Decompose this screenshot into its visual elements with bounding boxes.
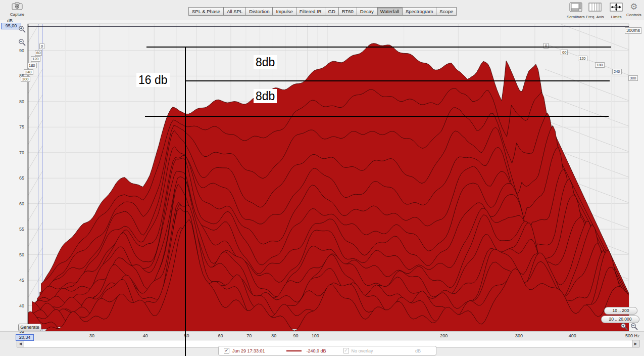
time-tick-label-left: 300 xyxy=(21,76,30,82)
freq-tick-label: 100 xyxy=(312,333,319,338)
db-tick-label: 55 xyxy=(13,227,24,232)
cursor-freq-value[interactable]: 20,34 xyxy=(16,334,34,341)
time-range-label: 300ms xyxy=(625,27,641,34)
freq-tick-label: 70 xyxy=(246,333,252,338)
measurement-name: Jun 29 17:33:01 xyxy=(232,348,265,353)
db-tick-label: 90 xyxy=(13,48,24,53)
freq-tick-label: 200 xyxy=(440,333,448,338)
freq-tick-label: 30 xyxy=(89,333,94,338)
db-tick-label: 75 xyxy=(13,124,24,129)
range-10-200-button[interactable]: 10 .. 200 xyxy=(604,307,637,315)
scroll-right-button[interactable]: ▶ xyxy=(632,340,639,347)
rew-window: { "app": {"bg": "#ececec", "accent_red":… xyxy=(0,0,644,356)
time-tick-label-left: 0 xyxy=(39,43,44,49)
time-tick-label-right: 0 xyxy=(543,43,549,49)
generate-button[interactable]: Generate xyxy=(18,324,41,331)
zoom-out-y-icon[interactable] xyxy=(18,38,26,49)
db-tick-label: 65 xyxy=(13,175,24,181)
db-tick-label: 45 xyxy=(13,278,24,283)
freq-axis-strip xyxy=(0,331,644,340)
freq-tick-label: 90 xyxy=(293,333,298,338)
freq-tick-label: 40 xyxy=(143,333,148,338)
range-20-20000-button[interactable]: 20 .. 20.000 xyxy=(601,316,639,323)
measurement-line-sample xyxy=(286,350,302,351)
time-tick-label-left: 180 xyxy=(27,63,37,68)
db-tick-label: 50 xyxy=(13,252,24,257)
overlay-checkbox[interactable]: ✓ xyxy=(343,348,349,353)
measurement-level: -240,0 dB xyxy=(307,348,326,353)
scroll-left-button[interactable]: ◀ xyxy=(17,340,24,347)
time-tick-label-right: 240 xyxy=(612,69,622,74)
marker-line-vertical[interactable] xyxy=(185,47,186,356)
time-tick-label-left: 120 xyxy=(31,56,40,62)
zoom-in-x-icon[interactable] xyxy=(620,323,628,333)
zoom-out-x-icon[interactable] xyxy=(630,323,638,333)
zoom-in-y-icon[interactable] xyxy=(18,25,26,35)
freq-tick-label: 400 xyxy=(569,333,576,338)
time-tick-label-right: 180 xyxy=(595,62,605,68)
time-tick-label-left: 60 xyxy=(35,50,42,56)
time-tick-label-left: 240 xyxy=(24,69,33,75)
legend-unit: dB xyxy=(415,348,421,353)
annotation-16db: 16 db xyxy=(136,73,170,87)
overlay-label: No overlay xyxy=(352,348,373,353)
freq-end-label: 500 Hz xyxy=(625,333,640,338)
db-tick-label: 40 xyxy=(13,303,24,308)
freq-tick-label: 80 xyxy=(271,333,276,338)
freq-tick-label: 300 xyxy=(515,333,523,338)
db-tick-label: 60 xyxy=(13,201,24,206)
time-tick-label-right: 120 xyxy=(578,56,587,61)
marker-line-bottom[interactable] xyxy=(145,116,609,117)
marker-line-middle[interactable] xyxy=(185,80,610,81)
db-tick-label: 70 xyxy=(13,150,24,155)
time-tick-label-right: 300 xyxy=(628,75,638,81)
waterfall-plot[interactable] xyxy=(0,0,644,356)
measurement-legend: ✓ Jun 29 17:33:01 -240,0 dB ✓ No overlay… xyxy=(218,346,436,355)
time-tick-label-right: 60 xyxy=(561,50,568,55)
annotation-8db-bottom: 8db xyxy=(254,89,277,103)
marker-line-top[interactable] xyxy=(146,47,611,48)
db-tick-label: 80 xyxy=(13,99,24,104)
annotation-8db-top: 8db xyxy=(254,55,277,69)
freq-tick-label: 60 xyxy=(218,333,223,338)
measurement-checkbox[interactable]: ✓ xyxy=(224,348,229,353)
